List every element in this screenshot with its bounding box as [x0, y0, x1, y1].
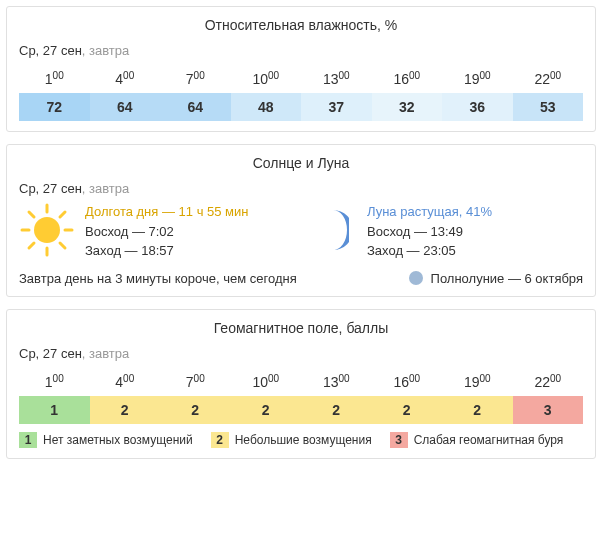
legend-item: 2 Небольшие возмущения [211, 432, 372, 448]
time-cell: 1000 [231, 64, 302, 93]
svg-line-8 [60, 212, 65, 217]
legend-item: 3 Слабая геомагнитная буря [390, 432, 564, 448]
geomag-legend: 1 Нет заметных возмущений 2 Небольшие во… [19, 432, 583, 448]
svg-line-5 [29, 212, 34, 217]
geomag-value: 2 [372, 396, 443, 424]
legend-swatch: 2 [211, 432, 229, 448]
geomag-value: 3 [513, 396, 584, 424]
day-length: Долгота дня — 11 ч 55 мин [85, 202, 248, 222]
time-cell: 2200 [513, 64, 584, 93]
time-cell: 400 [90, 64, 161, 93]
moon-phase: Луна растущая, 41% [367, 202, 492, 222]
legend-swatch: 3 [390, 432, 408, 448]
time-cell: 1900 [442, 367, 513, 396]
time-cell: 700 [160, 64, 231, 93]
moon-column: Луна растущая, 41% Восход — 13:49 Заход … [301, 202, 583, 261]
humidity-value: 72 [19, 93, 90, 121]
time-cell: 1900 [442, 64, 513, 93]
geomag-value: 2 [160, 396, 231, 424]
time-cell: 1300 [301, 367, 372, 396]
time-cell: 100 [19, 64, 90, 93]
svg-line-7 [29, 243, 34, 248]
date-main: Ср, 27 сен [19, 43, 82, 58]
time-cell: 400 [90, 367, 161, 396]
sun-set: Заход — 18:57 [85, 241, 248, 261]
time-cell: 700 [160, 367, 231, 396]
sun-column: Долгота дня — 11 ч 55 мин Восход — 7:02 … [19, 202, 301, 261]
legend-label: Небольшие возмущения [235, 433, 372, 447]
fullmoon-text: Полнолуние — 6 октября [431, 271, 583, 286]
svg-point-0 [34, 217, 60, 243]
humidity-value: 48 [231, 93, 302, 121]
geomag-time-row: 100 400 700 1000 1300 1600 1900 2200 [19, 367, 583, 396]
moon-rise: Восход — 13:49 [367, 222, 492, 242]
sunmoon-body: Долгота дня — 11 ч 55 мин Восход — 7:02 … [19, 202, 583, 261]
geomag-date: Ср, 27 сен, завтра [19, 346, 583, 361]
legend-item: 1 Нет заметных возмущений [19, 432, 193, 448]
humidity-value: 37 [301, 93, 372, 121]
time-cell: 100 [19, 367, 90, 396]
fullmoon-note: Полнолуние — 6 октября [409, 271, 583, 286]
legend-swatch: 1 [19, 432, 37, 448]
moon-icon [301, 202, 357, 258]
time-cell: 2200 [513, 367, 584, 396]
time-cell: 1600 [372, 64, 443, 93]
humidity-date: Ср, 27 сен, завтра [19, 43, 583, 58]
humidity-title: Относительная влажность, % [19, 17, 583, 33]
geomag-value: 2 [90, 396, 161, 424]
sun-rise: Восход — 7:02 [85, 222, 248, 242]
humidity-value: 53 [513, 93, 584, 121]
humidity-value: 64 [160, 93, 231, 121]
shorter-day-note: Завтра день на 3 минуты короче, чем сего… [19, 271, 297, 286]
sun-icon [19, 202, 75, 258]
time-cell: 1600 [372, 367, 443, 396]
humidity-values-row: 72 64 64 48 37 32 36 53 [19, 93, 583, 121]
geomag-value: 2 [301, 396, 372, 424]
humidity-time-row: 100 400 700 1000 1300 1600 1900 2200 [19, 64, 583, 93]
geomag-card: Геомагнитное поле, баллы Ср, 27 сен, зав… [6, 309, 596, 459]
geomag-value: 2 [231, 396, 302, 424]
humidity-card: Относительная влажность, % Ср, 27 сен, з… [6, 6, 596, 132]
legend-label: Слабая геомагнитная буря [414, 433, 564, 447]
humidity-value: 36 [442, 93, 513, 121]
svg-line-6 [60, 243, 65, 248]
humidity-value: 32 [372, 93, 443, 121]
geomag-value: 2 [442, 396, 513, 424]
time-cell: 1000 [231, 367, 302, 396]
moon-set: Заход — 23:05 [367, 241, 492, 261]
time-cell: 1300 [301, 64, 372, 93]
sunmoon-card: Солнце и Луна Ср, 27 сен, завтра [6, 144, 596, 297]
sun-info: Долгота дня — 11 ч 55 мин Восход — 7:02 … [85, 202, 248, 261]
sunmoon-footer: Завтра день на 3 минуты короче, чем сего… [19, 271, 583, 286]
date-sub: , завтра [82, 43, 129, 58]
moon-info: Луна растущая, 41% Восход — 13:49 Заход … [367, 202, 492, 261]
geomag-title: Геомагнитное поле, баллы [19, 320, 583, 336]
legend-label: Нет заметных возмущений [43, 433, 193, 447]
humidity-value: 64 [90, 93, 161, 121]
geomag-value: 1 [19, 396, 90, 424]
sunmoon-title: Солнце и Луна [19, 155, 583, 171]
sunmoon-date: Ср, 27 сен, завтра [19, 181, 583, 196]
geomag-values-row: 1 2 2 2 2 2 2 3 [19, 396, 583, 424]
fullmoon-icon [409, 271, 423, 285]
